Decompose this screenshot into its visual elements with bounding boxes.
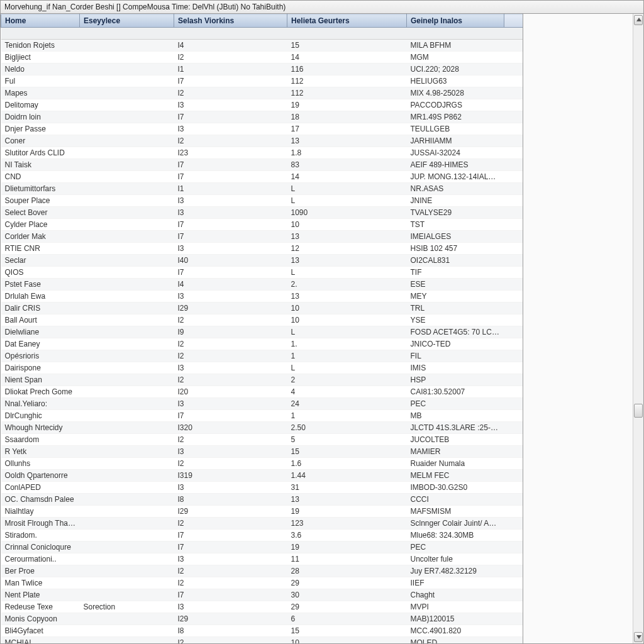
table-cell: Nient Span [1, 374, 80, 386]
table-cell: Juy ER7.482.32129 [407, 565, 504, 577]
table-cell: MAB)120015 [407, 613, 504, 625]
table-cell: 112 [287, 75, 407, 87]
table-row[interactable]: SsaardomI25JUCOLTEB [1, 434, 523, 446]
table-cell: MGM [407, 52, 504, 64]
scroll-thumb[interactable] [634, 404, 643, 418]
table-cell: Redeuse Texe [1, 601, 80, 613]
table-row[interactable]: ConlAPEDI331IMBOD-30.G2S0 [1, 482, 523, 494]
table-row[interactable]: Doidrn loinI718MR1.49S P862 [1, 111, 523, 123]
table-cell: HSP [407, 374, 504, 386]
table-row[interactable]: DlietumittorfarsI1LNR.ASAS [1, 183, 523, 195]
table-cell: Dat Eaney [1, 338, 80, 350]
table-row[interactable]: BigljiectI214MGM [1, 52, 523, 64]
table-row[interactable]: MCHIAII210MOLED [1, 637, 523, 644]
table-row[interactable]: Whough NrtecidyI3202.50JLCTD 41S.3LARE :… [1, 422, 523, 434]
table-row[interactable]: Dalir CRISI2910TRL [1, 303, 523, 314]
table-cell: Monis Copyoon [1, 613, 80, 625]
table-row[interactable]: Souper PlaceI3LJNINE [1, 195, 523, 207]
table-cell: 1090 [287, 207, 407, 219]
table-row[interactable]: Slutitor Ards CLIDI231.8JUSSAI-32024 [1, 147, 523, 159]
table-row[interactable]: OC. Chamsdn PaleeI813CCCI [1, 494, 523, 506]
table-cell [80, 398, 174, 410]
table-row[interactable]: Monis CopyoonI296MAB)120015 [1, 613, 523, 625]
table-row[interactable]: DielwlianeI9LFOSD ACET4G5: 70 LC5fiB [1, 326, 523, 338]
table-cell [504, 410, 523, 422]
table-row[interactable]: CNDI714JUP. MONG.132-14IALAST3 [1, 171, 523, 183]
table-cell [80, 506, 174, 518]
table-row[interactable]: Cerourmationi..I311Uncolter fule [1, 553, 523, 565]
table-row[interactable]: Cylder PlaceI710TST [1, 219, 523, 231]
table-row[interactable]: Crinnal ConicloqureI719PEC [1, 541, 523, 553]
table-cell: 1 [287, 350, 407, 362]
table-cell: OI2CAL831 [407, 255, 504, 267]
data-grid[interactable]: HomeEseyyleceSelash ViorkinsHelieta Geur… [1, 14, 523, 643]
table-cell [80, 87, 174, 99]
table-row[interactable]: Dnjer PasseI317TEULLGEB [1, 123, 523, 135]
table-row[interactable]: SeclarI4013OI2CAL831 [1, 255, 523, 267]
table-row[interactable]: Dliokat Prech GomeI204CAI81:30.52007 [1, 386, 523, 398]
table-row[interactable]: Ball AourtI210YSE [1, 314, 523, 326]
table-cell: I2 [174, 565, 287, 577]
table-cell [504, 553, 523, 565]
table-row[interactable]: NialhtlayI2919MAFSMISM [1, 506, 523, 518]
table-row[interactable]: Nnal.Yeliaro:I324PEC [1, 398, 523, 410]
table-cell: I3 [174, 446, 287, 458]
column-header-helieta[interactable]: Helieta Geurters [287, 14, 407, 28]
table-cell: Ball Aourt [1, 314, 80, 326]
table-row[interactable]: Stiradom.I73.6Mlue68: 324.30MB [1, 530, 523, 541]
table-row[interactable]: Redeuse TexeSorectionI329MVPI [1, 601, 523, 613]
table-row[interactable]: DelitomayI319PACCODJRGS [1, 99, 523, 111]
table-cell: Dielwliane [1, 326, 80, 338]
table-cell: Crinnal Conicloqure [1, 541, 80, 553]
column-header-geinelp[interactable]: Geinelp Inalos [407, 14, 504, 28]
table-row[interactable]: Tenidon RojetsI415MILA BFHM [1, 40, 523, 52]
table-cell: YSE [407, 314, 504, 326]
table-row[interactable]: ConerI213JARHIIAMM [1, 135, 523, 147]
table-row[interactable]: Ber ProeI228Juy ER7.482.32129 [1, 565, 523, 577]
table-row[interactable]: Ooldh QpartenorreI3191.44MELM FEC [1, 470, 523, 482]
table-cell [504, 75, 523, 87]
scrollbar[interactable] [633, 14, 643, 643]
table-cell [504, 530, 523, 541]
table-cell [504, 326, 523, 338]
table-row[interactable]: MapesI2112MIX 4.98-25028 [1, 87, 523, 99]
table-row[interactable]: Man TwliceI229IIEF [1, 577, 523, 589]
scroll-down-button[interactable] [634, 632, 643, 642]
table-cell [504, 267, 523, 279]
column-header-spare[interactable] [504, 14, 523, 28]
table-row[interactable]: Nent PlateI730Chaght [1, 589, 523, 601]
scroll-up-button[interactable] [634, 15, 643, 25]
table-cell: Ful [1, 75, 80, 87]
table-row[interactable]: Pstet FaseI42.ESE [1, 279, 523, 291]
table-row[interactable]: NI TaiskI783AEIF 489-HIMES [1, 159, 523, 171]
table-row[interactable]: Select BoverI31090TVALYSE29 [1, 207, 523, 219]
table-row[interactable]: Mrosit Flrough Tham..I2123Sclnnger Colai… [1, 518, 523, 530]
table-cell: Mrosit Flrough Tham.. [1, 518, 80, 530]
table-row[interactable]: OllunhsI21.6Ruaider Numala [1, 458, 523, 470]
table-row[interactable]: Dat EaneyI21.JNICO-TED [1, 338, 523, 350]
table-cell: I7 [174, 231, 287, 243]
table-cell: 116 [287, 64, 407, 75]
table-row[interactable]: RTIE CNRI312HSIB 102 457 [1, 243, 523, 255]
table-cell: Pstet Fase [1, 279, 80, 291]
table-row[interactable]: QIOSI7LTIF [1, 267, 523, 279]
table-row[interactable]: Corlder MakI713IMEIALGES [1, 231, 523, 243]
table-cell [80, 350, 174, 362]
table-cell: I2 [174, 52, 287, 64]
table-cell [80, 40, 174, 52]
table-cell: Ber Proe [1, 565, 80, 577]
table-row[interactable]: Bli4GyfacetI815MCC.4901.820 [1, 625, 523, 637]
table-row[interactable]: Drlulah EwaI313MEY [1, 291, 523, 303]
table-cell: Whough Nrtecidy [1, 422, 80, 434]
table-row[interactable]: OpésriorisI21FIL [1, 350, 523, 362]
table-row[interactable]: DlrCunghicI71MB [1, 410, 523, 422]
table-row[interactable]: DairisponeI3LIMIS [1, 362, 523, 374]
column-header-eseyylece[interactable]: Eseyylece [80, 14, 174, 28]
table-row[interactable]: NeldoI1116UCI.220; 2028 [1, 64, 523, 75]
column-header-selash[interactable]: Selash Viorkins [174, 14, 287, 28]
table-cell [504, 111, 523, 123]
table-row[interactable]: Nient SpanI22HSP [1, 374, 523, 386]
table-row[interactable]: FulI7112HELIUG63 [1, 75, 523, 87]
column-header-home[interactable]: Home [1, 14, 80, 28]
table-row[interactable]: R YetkI315MAMIER [1, 446, 523, 458]
